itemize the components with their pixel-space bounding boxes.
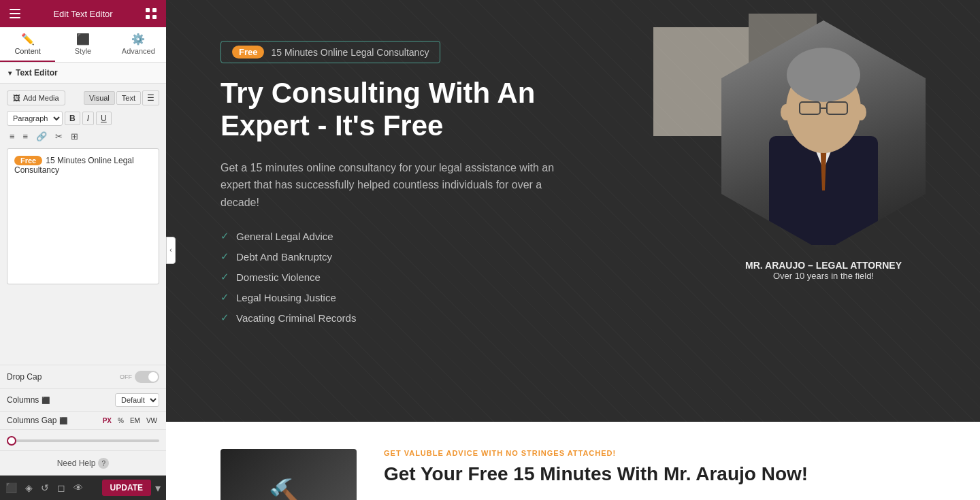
- hero-free-badge: Free: [232, 46, 264, 59]
- columns-gap-row: Columns Gap ⬛ PX % EM VW: [0, 411, 166, 429]
- columns-select[interactable]: Default: [115, 393, 159, 407]
- svg-point-17: [781, 104, 791, 120]
- check-icon: ✓: [220, 312, 229, 324]
- need-help-label: Need Help: [57, 459, 96, 468]
- history-icon[interactable]: ↺: [41, 482, 49, 493]
- list-item: ✓ General Legal Advice: [220, 230, 574, 242]
- columns-gap-slider[interactable]: [7, 439, 159, 442]
- format-row-2: ≡ ≡ 🔗 ✂ ⊞: [7, 130, 159, 143]
- second-title: Get Your Free 15 Minutes With Mr. Araujo…: [384, 463, 926, 486]
- slider-row: [0, 429, 166, 450]
- hero-description: Get a 15 minutes online consultancy for …: [220, 159, 574, 212]
- check-icon: ✓: [220, 291, 229, 303]
- tabs-bar: ✏️ Content ⬛ Style ⚙️ Advanced: [0, 27, 166, 63]
- link-button[interactable]: 🔗: [33, 130, 50, 143]
- columns-label: Columns ⬛: [7, 395, 50, 405]
- style-icon: ⬛: [76, 33, 90, 46]
- svg-rect-4: [152, 8, 157, 12]
- right-panel: Free 15 Minutes Online Legal Consultancy…: [166, 0, 980, 500]
- text-view-button[interactable]: Text: [116, 91, 141, 105]
- toggle-off-label: OFF: [120, 373, 132, 380]
- content-free-badge: Free: [14, 156, 42, 165]
- svg-rect-5: [146, 15, 150, 19]
- update-dropdown-button[interactable]: ▾: [155, 482, 161, 495]
- table-button[interactable]: ⊞: [68, 130, 81, 143]
- add-media-row: 🖼 Add Media Visual Text ☰: [7, 90, 159, 105]
- unlink-button[interactable]: ✂: [52, 130, 65, 143]
- section-header[interactable]: ▾ Text Editor: [0, 63, 166, 84]
- attorney-label: MR. ARAUJO – LEGAL ATTORNEY Over 10 year…: [708, 260, 939, 281]
- ordered-list-button[interactable]: ≡: [7, 130, 18, 143]
- tab-advanced[interactable]: ⚙️ Advanced: [111, 27, 166, 62]
- gap-info-icon: ⬛: [59, 417, 67, 424]
- unit-em-button[interactable]: EM: [128, 416, 142, 425]
- attorney-photo: [721, 20, 926, 252]
- list-item: ✓ Vacating Criminal Records: [220, 312, 574, 324]
- italic-button[interactable]: I: [82, 112, 94, 125]
- section-label: Text Editor: [16, 68, 58, 78]
- svg-rect-6: [152, 15, 157, 19]
- hero-content: Free 15 Minutes Online Legal Consultancy…: [220, 41, 574, 324]
- columns-gap-label: Columns Gap ⬛: [7, 416, 67, 425]
- check-icon: ✓: [220, 230, 229, 242]
- hero-section: Free 15 Minutes Online Legal Consultancy…: [166, 0, 980, 422]
- second-image: 🔨: [220, 449, 357, 500]
- hero-badge-row: Free 15 Minutes Online Legal Consultancy: [220, 41, 574, 63]
- add-media-icon: 🖼: [13, 94, 20, 102]
- drop-cap-toggle[interactable]: [135, 371, 159, 383]
- left-panel: Edit Text Editor ✏️ Content ⬛ Style ⚙️ A…: [0, 0, 166, 500]
- responsive-icon[interactable]: ◻: [57, 482, 65, 493]
- advanced-icon: ⚙️: [131, 33, 145, 46]
- hero-badge-text: 15 Minutes Online Legal Consultancy: [271, 47, 429, 58]
- unordered-list-button[interactable]: ≡: [20, 130, 31, 143]
- gavel-icon: 🔨: [268, 478, 309, 500]
- tab-content[interactable]: ✏️ Content: [0, 27, 55, 62]
- editor-area: 🖼 Add Media Visual Text ☰ Paragraph B I …: [0, 84, 166, 365]
- attorney-name: MR. ARAUJO – LEGAL ATTORNEY: [708, 260, 939, 271]
- help-icon[interactable]: ?: [98, 458, 109, 469]
- drop-cap-row: Drop Cap OFF: [0, 365, 166, 388]
- svg-rect-0: [10, 9, 20, 10]
- view-toggle: Visual Text ☰: [84, 90, 159, 105]
- add-media-button[interactable]: 🖼 Add Media: [7, 90, 65, 105]
- unit-percent-button[interactable]: %: [116, 416, 126, 425]
- tab-style[interactable]: ⬛ Style: [55, 27, 110, 62]
- second-content: GET VALUBLE ADVICE WITH NO STRINGES ATTA…: [384, 449, 926, 486]
- hero-list: ✓ General Legal Advice ✓ Debt And Bankru…: [220, 230, 574, 324]
- bold-button[interactable]: B: [65, 112, 80, 125]
- collapse-panel-handle[interactable]: ‹: [166, 237, 176, 264]
- list-view-button[interactable]: ☰: [142, 90, 159, 105]
- need-help-section: Need Help ?: [0, 450, 166, 476]
- section-arrow: ▾: [8, 69, 12, 77]
- columns-row: Columns ⬛ Default: [0, 388, 166, 411]
- update-button[interactable]: UPDATE: [102, 480, 151, 496]
- grid-icon[interactable]: [144, 7, 158, 20]
- unit-px-button[interactable]: PX: [101, 416, 114, 425]
- second-subtitle: GET VALUBLE ADVICE WITH NO STRINGES ATTA…: [384, 449, 926, 457]
- columns-info-icon: ⬛: [42, 397, 50, 404]
- hamburger-icon[interactable]: [8, 7, 22, 20]
- add-section-icon[interactable]: ◈: [25, 482, 33, 493]
- list-item: ✓ Debt And Bankruptcy: [220, 250, 574, 263]
- unit-vw-button[interactable]: VW: [144, 416, 159, 425]
- attorney-years: Over 10 years in the field!: [708, 271, 939, 281]
- svg-rect-2: [10, 17, 20, 18]
- paragraph-select[interactable]: Paragraph: [7, 111, 63, 126]
- svg-point-13: [787, 48, 860, 102]
- layers-icon[interactable]: ⬛: [5, 482, 17, 493]
- svg-point-18: [855, 104, 866, 120]
- unit-buttons: PX % EM VW: [101, 416, 159, 425]
- text-content-area[interactable]: Free15 Minutes Online Legal Consultancy: [7, 148, 159, 284]
- visual-view-button[interactable]: Visual: [84, 91, 115, 105]
- top-bar: Edit Text Editor: [0, 0, 166, 27]
- panel-title: Edit Text Editor: [53, 9, 112, 19]
- format-row-1: Paragraph B I U: [7, 111, 159, 126]
- attorney-image-area: MR. ARAUJO – LEGAL ATTORNEY Over 10 year…: [708, 20, 939, 401]
- svg-rect-3: [146, 8, 150, 12]
- content-icon: ✏️: [21, 33, 35, 46]
- preview-icon[interactable]: 👁: [74, 482, 83, 493]
- underline-button[interactable]: U: [96, 112, 112, 125]
- bottom-icons: ⬛ ◈ ↺ ◻ 👁: [5, 482, 83, 493]
- second-section: 🔨 GET VALUBLE ADVICE WITH NO STRINGES AT…: [166, 422, 980, 500]
- svg-rect-1: [10, 13, 20, 14]
